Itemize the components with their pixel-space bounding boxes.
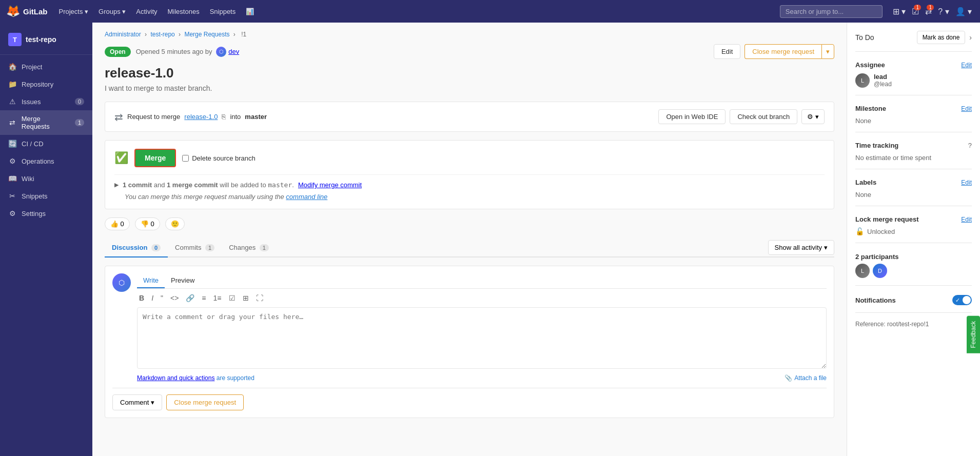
bold-button[interactable]: B: [137, 293, 146, 303]
attach-file-link[interactable]: 📎 Attach a file: [785, 374, 827, 382]
task-list-button[interactable]: ☑: [227, 293, 238, 303]
tabs-bar: Discussion 0 Commits 1 Changes 1 Show al…: [105, 239, 834, 257]
breadcrumb-sep3: ›: [233, 31, 236, 38]
sidebar-item-repository[interactable]: 📁 Repository: [0, 75, 92, 93]
user-avatar-icon[interactable]: 👤 ▾: [953, 5, 974, 18]
breadcrumb-admin[interactable]: Administrator: [105, 31, 141, 38]
labels-value: None: [855, 191, 871, 199]
tab-commits[interactable]: Commits 1: [168, 239, 222, 257]
close-mr-button[interactable]: Close merge request: [744, 44, 821, 59]
sidebar-item-cicd[interactable]: 🔄 CI / CD: [0, 135, 92, 152]
merge-button[interactable]: Merge: [134, 149, 176, 167]
comment-input[interactable]: [137, 307, 827, 369]
participants-title: 2 participants: [855, 253, 899, 261]
commit-toggle[interactable]: ▶ 1 commit and 1 merge commit will be ad…: [114, 181, 825, 189]
copy-branch-icon[interactable]: ⎘: [222, 113, 226, 121]
breadcrumb-repo[interactable]: test-repo: [150, 31, 174, 38]
close-mr-action-button[interactable]: Close merge request: [166, 394, 244, 410]
fox-icon: 🦊: [6, 5, 20, 18]
time-tracking-header: Time tracking ?: [855, 142, 972, 149]
comment-dropdown-arrow[interactable]: ▾: [151, 399, 154, 406]
write-tab[interactable]: Write: [137, 273, 165, 288]
lock-mr-section: Lock merge request Edit 🔓 Unlocked: [855, 215, 972, 243]
italic-button[interactable]: I: [149, 293, 155, 303]
search-input[interactable]: [780, 5, 883, 18]
preview-tab[interactable]: Preview: [165, 273, 201, 288]
todo-icon[interactable]: ☑1: [910, 5, 921, 18]
table-button[interactable]: ⊞: [241, 293, 251, 303]
thumbs-down-button[interactable]: 👎 0: [135, 217, 160, 230]
sidebar-item-wiki[interactable]: 📖 Wiki: [0, 170, 92, 187]
discussion-tab-label: Discussion: [112, 244, 147, 251]
edit-button[interactable]: Edit: [714, 44, 740, 59]
thumbs-up-button[interactable]: 👍 0: [105, 217, 130, 230]
todo-label: To Do: [855, 33, 874, 42]
link-button[interactable]: 🔗: [184, 293, 197, 303]
toggle-knob: [963, 296, 971, 304]
sidebar-item-snippets[interactable]: ✂ Snippets: [0, 187, 92, 205]
commits-tab-label: Commits: [175, 244, 201, 251]
help-icon[interactable]: ? ▾: [936, 5, 951, 18]
sidebar-item-issues[interactable]: ⚠ Issues 0: [0, 93, 92, 110]
changes-tab-label: Changes: [229, 244, 256, 251]
code-button[interactable]: <>: [168, 293, 181, 303]
merge-request-icon[interactable]: ⇄1: [923, 5, 934, 18]
fullscreen-button[interactable]: ⛶: [254, 293, 265, 303]
snippets-icon: ✂: [8, 192, 16, 200]
tab-discussion[interactable]: Discussion 0: [105, 239, 168, 257]
open-web-ide-button[interactable]: Open in Web IDE: [658, 109, 726, 124]
breadcrumb-mr[interactable]: Merge Requests: [184, 31, 229, 38]
nav-milestones[interactable]: Milestones: [165, 8, 203, 15]
sidebar-item-settings[interactable]: ⚙ Settings: [0, 205, 92, 222]
more-options-button[interactable]: ⚙ ▾: [801, 109, 825, 124]
lock-mr-edit-link[interactable]: Edit: [961, 216, 972, 223]
comment-button[interactable]: Comment ▾: [112, 394, 162, 410]
show-activity-button[interactable]: Show all activity ▾: [768, 240, 834, 255]
nav-groups[interactable]: Groups ▾: [95, 8, 129, 15]
command-line-link[interactable]: command line: [286, 193, 327, 201]
time-tracking-help-icon[interactable]: ?: [968, 142, 972, 149]
nav-chart[interactable]: 📊: [243, 8, 257, 15]
tab-changes[interactable]: Changes 1: [222, 239, 276, 257]
project-nav-header[interactable]: T test-repo: [0, 28, 92, 55]
close-mr-dropdown[interactable]: ▾: [821, 44, 834, 59]
delete-source-checkbox[interactable]: [182, 155, 189, 162]
time-tracking-value: No estimate or time spent: [855, 154, 931, 162]
source-branch-link[interactable]: release-1.0: [184, 113, 218, 121]
labels-edit-link[interactable]: Edit: [961, 179, 972, 186]
sidebar-item-merge-requests[interactable]: ⇄ Merge Requests 1: [0, 110, 92, 135]
feedback-tab[interactable]: Feedback: [967, 316, 980, 353]
author-link[interactable]: dev: [228, 48, 239, 55]
participant-1-avatar[interactable]: L: [855, 264, 870, 278]
plus-icon[interactable]: ⊞ ▾: [891, 5, 908, 18]
notifications-toggle[interactable]: ✓: [952, 295, 972, 305]
delete-source-checkbox-label[interactable]: Delete source branch: [182, 154, 256, 162]
markdown-link[interactable]: Markdown and quick actions: [137, 374, 214, 382]
toggle-check-icon: ✓: [955, 297, 960, 304]
notifications-section: Notifications ✓: [855, 295, 972, 313]
participant-2-avatar[interactable]: D: [873, 264, 887, 278]
nav-activity[interactable]: Activity: [133, 8, 160, 15]
modify-merge-commit-link[interactable]: Modify merge commit: [298, 181, 362, 189]
time-tracking-title: Time tracking: [855, 142, 898, 149]
quote-button[interactable]: ": [159, 293, 165, 303]
sidebar-item-project[interactable]: 🏠 Project: [0, 58, 92, 75]
changes-count: 1: [260, 244, 269, 251]
sidebar-label-repository: Repository: [22, 81, 53, 88]
reference-label: Reference: root/test-repo!1: [855, 321, 929, 328]
nav-projects[interactable]: Projects ▾: [56, 8, 92, 15]
emoji-button[interactable]: 🙂: [165, 217, 185, 230]
todo-chevron[interactable]: ›: [969, 33, 972, 42]
assignee-edit-link[interactable]: Edit: [961, 62, 972, 69]
breadcrumb-sep1: ›: [145, 31, 147, 38]
milestone-edit-link[interactable]: Edit: [961, 105, 972, 112]
check-out-branch-button[interactable]: Check out branch: [730, 109, 797, 124]
bullet-list-button[interactable]: ≡: [200, 293, 208, 303]
attach-label: Attach a file: [794, 374, 827, 382]
gitlab-logo[interactable]: 🦊 GitLab: [6, 5, 48, 18]
ordered-list-button[interactable]: 1≡: [211, 293, 224, 303]
commit-count-text: 1 commit and 1 merge commit will be adde…: [123, 181, 294, 189]
sidebar-item-operations[interactable]: ⚙ Operations: [0, 152, 92, 170]
mark-done-button[interactable]: Mark as done: [917, 31, 966, 44]
nav-snippets[interactable]: Snippets: [207, 8, 239, 15]
